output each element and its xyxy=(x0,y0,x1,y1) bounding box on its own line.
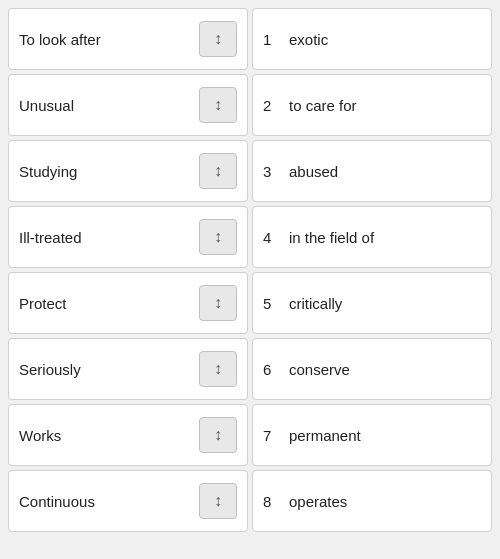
dropdown-btn-8[interactable]: ↕ xyxy=(199,483,237,519)
left-item-6: Seriously↕ xyxy=(8,338,248,400)
left-item-label-7: Works xyxy=(19,427,61,444)
right-item-number-4: 4 xyxy=(263,229,281,246)
right-item-2: 2to care for xyxy=(252,74,492,136)
left-item-1: To look after↕ xyxy=(8,8,248,70)
left-item-2: Unusual↕ xyxy=(8,74,248,136)
right-item-text-7: permanent xyxy=(289,427,361,444)
left-item-label-8: Continuous xyxy=(19,493,95,510)
right-item-4: 4in the field of xyxy=(252,206,492,268)
right-item-8: 8operates xyxy=(252,470,492,532)
left-item-label-1: To look after xyxy=(19,31,101,48)
right-item-text-2: to care for xyxy=(289,97,357,114)
right-item-6: 6conserve xyxy=(252,338,492,400)
right-item-number-3: 3 xyxy=(263,163,281,180)
dropdown-btn-6[interactable]: ↕ xyxy=(199,351,237,387)
right-item-text-4: in the field of xyxy=(289,229,374,246)
right-item-5: 5critically xyxy=(252,272,492,334)
left-item-label-4: Ill-treated xyxy=(19,229,82,246)
matching-grid: To look after↕Unusual↕Studying↕Ill-treat… xyxy=(8,8,492,532)
right-item-1: 1exotic xyxy=(252,8,492,70)
left-item-4: Ill-treated↕ xyxy=(8,206,248,268)
dropdown-btn-7[interactable]: ↕ xyxy=(199,417,237,453)
dropdown-btn-5[interactable]: ↕ xyxy=(199,285,237,321)
right-item-text-8: operates xyxy=(289,493,347,510)
left-item-3: Studying↕ xyxy=(8,140,248,202)
dropdown-btn-1[interactable]: ↕ xyxy=(199,21,237,57)
right-item-number-2: 2 xyxy=(263,97,281,114)
right-item-7: 7permanent xyxy=(252,404,492,466)
right-item-text-1: exotic xyxy=(289,31,328,48)
right-item-number-1: 1 xyxy=(263,31,281,48)
left-item-7: Works↕ xyxy=(8,404,248,466)
right-item-3: 3abused xyxy=(252,140,492,202)
dropdown-btn-4[interactable]: ↕ xyxy=(199,219,237,255)
matching-exercise: To look after↕Unusual↕Studying↕Ill-treat… xyxy=(0,0,500,559)
left-item-label-6: Seriously xyxy=(19,361,81,378)
dropdown-btn-2[interactable]: ↕ xyxy=(199,87,237,123)
right-item-number-7: 7 xyxy=(263,427,281,444)
left-item-8: Continuous↕ xyxy=(8,470,248,532)
right-item-text-3: abused xyxy=(289,163,338,180)
left-item-label-2: Unusual xyxy=(19,97,74,114)
left-item-label-5: Protect xyxy=(19,295,67,312)
right-column: 1exotic2to care for3abused4in the field … xyxy=(252,8,492,532)
right-item-number-6: 6 xyxy=(263,361,281,378)
left-column: To look after↕Unusual↕Studying↕Ill-treat… xyxy=(8,8,248,532)
left-item-label-3: Studying xyxy=(19,163,77,180)
right-item-text-5: critically xyxy=(289,295,342,312)
dropdown-btn-3[interactable]: ↕ xyxy=(199,153,237,189)
right-item-number-5: 5 xyxy=(263,295,281,312)
right-item-text-6: conserve xyxy=(289,361,350,378)
left-item-5: Protect↕ xyxy=(8,272,248,334)
right-item-number-8: 8 xyxy=(263,493,281,510)
